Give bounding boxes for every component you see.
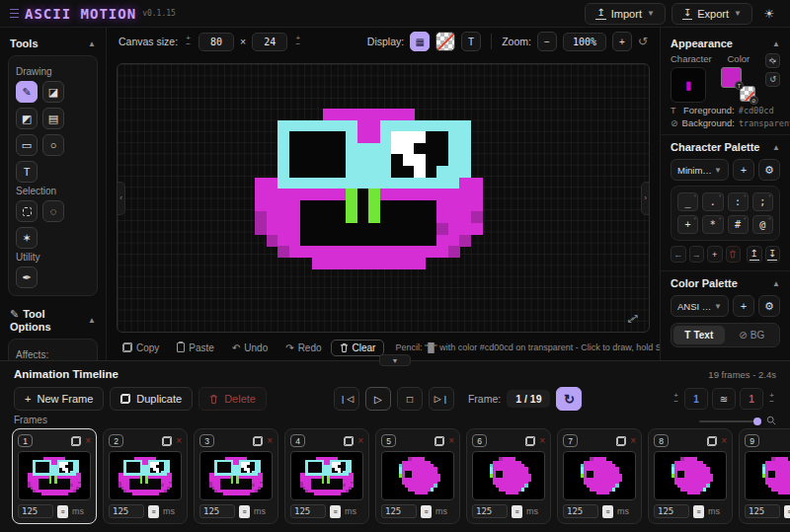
duplicate-frame-icon[interactable] [253,436,263,446]
frame-thumbnail[interactable] [654,451,727,500]
magic-wand-tool-button[interactable]: ✶ [16,227,38,249]
delete-character-button[interactable] [726,246,742,263]
frame-duration-input[interactable] [745,504,780,518]
import-palette-button[interactable]: ↧ [765,246,781,263]
grid-display-toggle[interactable]: ▦ [410,32,430,51]
duplicate-frame-icon[interactable] [162,436,172,446]
color-palette-section-header[interactable]: Color Palette ▲ [661,277,790,293]
canvas-width-input[interactable] [198,33,234,51]
palette-character-button[interactable]: . [702,192,723,211]
color-palette-settings-button[interactable]: ⚙ [758,295,780,317]
palette-character-button[interactable]: + [677,215,698,234]
width-stepper[interactable]: +− [184,36,193,47]
duplicate-frame-icon[interactable] [434,436,444,446]
frame-card[interactable]: 6×≡ms [466,428,551,524]
text-display-toggle[interactable]: T [461,32,481,51]
frame-duration-input[interactable] [199,504,235,518]
character-palette-select[interactable]: Minimal ASC ▼ [671,159,729,181]
frame-thumbnail[interactable] [472,451,545,500]
export-palette-button[interactable]: ↥ [747,246,762,263]
palette-character-button[interactable]: @ [752,215,773,234]
frame-card[interactable]: 9×≡ms [739,428,790,524]
frame-duration-input[interactable] [18,504,53,518]
frame-card[interactable]: 5×≡ms [375,428,460,524]
delete-frame-icon[interactable]: × [539,436,545,446]
export-button[interactable]: ↧ Export ▼ [672,3,752,25]
character-swatch[interactable]: ▮ [671,67,706,103]
text-color-tab[interactable]: TText [673,326,725,344]
undo-button[interactable]: ↶Undo [228,341,272,355]
frame-duration-input[interactable] [381,504,417,518]
reset-colors-button[interactable]: ↺ [765,72,780,87]
left-panel-handle[interactable]: ‹ [117,182,125,215]
right-panel-handle[interactable]: › [641,182,650,215]
add-character-button[interactable]: + [707,246,723,263]
frame-thumbnail[interactable] [109,451,182,500]
frame-thumbnail[interactable] [563,451,636,500]
redo-button[interactable]: ↷Redo [281,341,325,355]
apply-duration-button[interactable]: ≡ [330,505,341,518]
pencil-tool-button[interactable]: ✎ [16,81,38,103]
frame-thumbnail[interactable] [745,451,790,500]
text-tool-button[interactable]: T [16,161,38,183]
rectangle-tool-button[interactable]: ▭ [16,134,38,156]
zoom-reset-button[interactable]: ↺ [638,35,648,48]
add-character-palette-button[interactable]: + [733,159,754,181]
delete-frame-button[interactable]: Delete [198,387,267,411]
palette-character-button[interactable]: * [702,215,723,234]
delete-frame-icon[interactable]: × [176,436,182,446]
import-button[interactable]: ↥ Import ▼ [585,3,666,25]
duplicate-frame-icon[interactable] [71,436,81,446]
palette-character-button[interactable]: : [728,192,749,211]
frame-duration-input[interactable] [472,504,508,518]
apply-duration-button[interactable]: ≡ [239,505,250,518]
frame-card[interactable]: 3×≡ms [194,428,278,524]
new-frame-button[interactable]: +New Frame [14,387,104,411]
duplicate-frame-icon[interactable] [344,436,354,446]
tools-section-header[interactable]: Tools ▲ [0,32,106,53]
duplicate-frame-icon[interactable] [616,436,626,446]
apply-duration-button[interactable]: ≡ [602,505,613,518]
color-palette-select[interactable]: ANSI 16-Col ▼ [671,295,729,317]
frame-thumbnail[interactable] [290,451,363,500]
apply-duration-button[interactable]: ≡ [57,505,68,518]
frame-duration-input[interactable] [563,504,598,518]
frame-card[interactable]: 2×≡ms [103,428,188,524]
frame-card[interactable]: 4×≡ms [284,428,369,524]
theme-toggle-button[interactable]: ☀ [758,3,780,25]
palette-character-button[interactable]: # [728,215,749,234]
frame-card[interactable]: 7×≡ms [557,428,642,524]
apply-duration-button[interactable]: ≡ [421,505,432,518]
height-stepper[interactable]: +− [293,36,302,47]
zoom-out-button[interactable]: − [537,32,557,51]
delete-frame-icon[interactable]: × [357,436,363,446]
apply-duration-button[interactable]: ≡ [693,505,704,518]
zoom-in-button[interactable]: + [612,32,632,51]
delete-frame-icon[interactable]: × [721,436,727,446]
delete-frame-icon[interactable]: × [85,436,91,446]
select-tool-button[interactable] [16,200,38,222]
frame-duration-input[interactable] [109,504,144,518]
frame-duration-input[interactable] [290,504,326,518]
onion-next-stepper[interactable]: +− [767,393,776,405]
copy-button[interactable]: Copy [118,341,163,355]
add-color-palette-button[interactable]: + [733,295,754,317]
delete-frame-icon[interactable]: × [630,436,636,446]
eyedropper-tool-button[interactable]: ✒ [16,266,38,288]
clear-button[interactable]: Clear [331,340,385,356]
duplicate-frame-icon[interactable] [525,436,535,446]
swap-colors-button[interactable]: ⇄ [765,53,780,68]
lasso-tool-button[interactable]: ◌ [42,200,64,222]
tool-options-section-header[interactable]: ✎Tool Options ▲ [0,302,106,337]
appearance-section-header[interactable]: Appearance ▲ [661,32,790,53]
bg-color-tab[interactable]: ⊘BG [727,326,778,344]
duplicate-frame-icon[interactable] [707,436,717,446]
timeline-collapse-handle[interactable]: ▼ [379,354,411,366]
apply-duration-button[interactable]: ≡ [148,505,159,518]
frame-thumbnail[interactable] [18,451,91,500]
duplicate-frame-button[interactable]: Duplicate [110,387,193,411]
character-palette-settings-button[interactable]: ⚙ [758,159,780,181]
apply-duration-button[interactable]: ≡ [512,505,522,518]
thumbnail-size-slider[interactable] [699,420,760,422]
play-button[interactable]: ▷ [365,387,391,411]
